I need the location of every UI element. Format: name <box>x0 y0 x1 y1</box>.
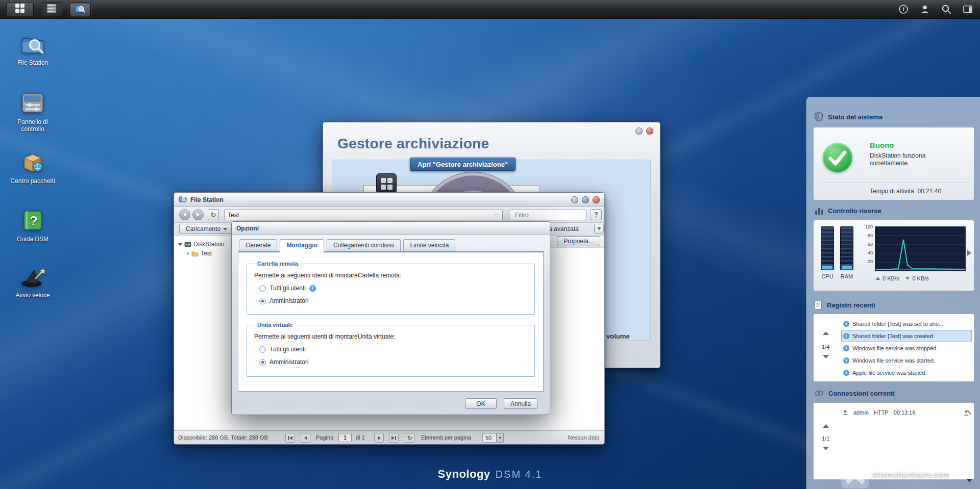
tree-expander-icon[interactable] <box>178 243 182 246</box>
refresh-list-button[interactable]: ↻ <box>405 433 414 443</box>
desktop-icon-control-panel[interactable]: Pannello di controllo <box>7 91 58 133</box>
help-button[interactable]: ? <box>591 209 602 220</box>
logs-page-down-icon[interactable] <box>823 355 829 358</box>
svg-text:?: ? <box>30 213 38 228</box>
filter-field[interactable] <box>509 210 586 220</box>
radio-button-selected[interactable] <box>259 298 266 304</box>
next-page-button[interactable] <box>374 433 384 443</box>
log-entry[interactable]: i Windows file service was started. <box>841 354 972 367</box>
desktop-icon-package-center[interactable]: Centro pacchetti <box>7 150 58 185</box>
info-icon[interactable]: i <box>898 4 909 14</box>
desktop-icon-file-station[interactable]: File Station <box>7 32 58 66</box>
filter-input[interactable] <box>515 212 594 219</box>
log-text: Shared folder [Test] was created. <box>852 333 935 339</box>
radio-row-all-users[interactable]: Tutti gli utenti <box>259 346 528 353</box>
radio-row-all-users[interactable]: Tutti gli utenti i <box>259 285 528 292</box>
quick-start-icon <box>20 264 45 289</box>
radio-button[interactable] <box>259 285 266 292</box>
tree-item-label: Test <box>201 250 212 257</box>
user-icon[interactable] <box>920 4 930 14</box>
last-page-icon <box>395 436 396 440</box>
tree-item-diskstation[interactable]: DiskStation <box>174 240 231 249</box>
per-page-select[interactable]: 50 <box>482 433 504 443</box>
watermark-logo <box>841 460 869 488</box>
log-entry-selected[interactable]: i Shared folder [Test] was created. <box>841 330 972 342</box>
log-text: Apple file service was started. <box>852 370 927 376</box>
taskbar-storage-manager-button[interactable] <box>41 2 62 16</box>
select-arrow[interactable] <box>496 433 503 442</box>
current-connections-header[interactable]: Connessioni correnti <box>814 389 895 397</box>
search-icon[interactable] <box>941 4 951 14</box>
minimize-button[interactable] <box>635 127 643 135</box>
cancel-button[interactable]: Annulla <box>504 398 537 409</box>
upload-button[interactable]: Caricamento <box>179 224 234 234</box>
taskbar: i <box>0 0 980 19</box>
tab-collegamenti-condivisi[interactable]: Collegamenti condivisi <box>327 239 401 251</box>
radio-row-administrators[interactable]: Amministratori <box>259 297 528 304</box>
tree-item-test[interactable]: Test <box>174 249 231 258</box>
main-menu-button[interactable] <box>6 2 34 16</box>
log-entry[interactable]: i Windows file service was stopped. <box>841 342 972 354</box>
uptime-text: Tempo di attività: 00:21:40 <box>870 188 941 195</box>
prev-page-button[interactable] <box>301 433 310 443</box>
tab-limite-velocita[interactable]: Limite velocità <box>403 239 455 251</box>
maximize-button[interactable] <box>582 196 589 203</box>
recent-logs-header[interactable]: Registri recenti <box>814 300 875 310</box>
synology-logo: Synology <box>438 468 491 480</box>
refresh-button[interactable]: ↻ <box>208 209 219 220</box>
panel-scroll-down-icon[interactable] <box>966 479 972 482</box>
virtual-drive-fieldset: Unità virtuale Permette ai seguenti uten… <box>247 322 535 377</box>
taskbar-file-station-button[interactable] <box>69 2 91 16</box>
tab-generale[interactable]: Generale <box>239 239 277 251</box>
info-icon: i <box>843 321 849 327</box>
desktop-icon-quick-start[interactable]: Avvio veloce <box>7 264 58 299</box>
first-page-icon <box>288 436 289 440</box>
minimize-button[interactable] <box>571 196 578 203</box>
desktop-icon-dsm-help[interactable]: ? Guida DSM <box>7 208 58 243</box>
favorite-star-icon[interactable]: ☆ <box>493 212 499 218</box>
user-icon <box>842 409 848 416</box>
page-input[interactable] <box>338 433 352 442</box>
disconnect-user-icon[interactable] <box>963 409 971 416</box>
storage-manager-icon <box>46 3 57 16</box>
y-tick: 40 <box>862 250 873 255</box>
chevron-down-icon <box>223 228 227 230</box>
open-storage-manager-button[interactable]: Apri "Gestore archiviazione" <box>410 158 516 171</box>
back-button[interactable] <box>179 209 190 220</box>
address-bar[interactable]: ☆ <box>224 210 503 220</box>
dialog-titlebar[interactable]: Opzioni <box>232 222 550 235</box>
system-status-header[interactable]: Stato del sistema <box>814 112 883 122</box>
connections-page-down-icon[interactable] <box>823 447 829 450</box>
radio-button-selected[interactable] <box>259 359 266 366</box>
ok-button[interactable]: OK <box>465 398 497 409</box>
log-entry[interactable]: i Apple file service was started. <box>841 367 972 379</box>
remote-folder-description: Permette ai seguenti utenti di montareCa… <box>254 272 528 279</box>
forward-button[interactable] <box>192 209 204 220</box>
tab-montaggio[interactable]: Montaggio <box>280 239 324 252</box>
per-page-label: Elementi per pagina <box>421 434 471 441</box>
close-button[interactable] <box>646 127 653 135</box>
package-center-icon <box>20 150 45 174</box>
radio-row-administrators[interactable]: Amministratori <box>259 358 528 366</box>
file-station-statusbar: Disponibile: 288 GB, Totale: 288 GB Pagi… <box>174 430 604 444</box>
radio-button[interactable] <box>259 346 266 353</box>
first-page-button[interactable] <box>285 433 295 443</box>
ram-label: RAM <box>838 273 855 279</box>
logs-page-up-icon[interactable] <box>823 331 829 335</box>
resource-monitor-header[interactable]: Controllo risorse <box>814 206 881 215</box>
widget-panel-toggle-icon[interactable] <box>963 4 973 14</box>
close-button[interactable] <box>593 196 600 203</box>
last-page-button[interactable] <box>389 433 399 443</box>
nas-icon <box>184 241 191 248</box>
connections-page-up-icon[interactable] <box>823 424 829 428</box>
tree-expander-icon[interactable] <box>187 252 189 255</box>
address-input[interactable] <box>228 212 491 219</box>
info-icon[interactable]: i <box>309 285 316 292</box>
connection-row[interactable]: admin HTTP 00:13:16 <box>842 407 971 418</box>
advanced-search-toggle[interactable] <box>594 224 604 234</box>
file-station-titlebar[interactable]: File Station <box>174 193 604 207</box>
watermark-text: xtremehardware.com <box>872 470 949 478</box>
properties-button[interactable]: Proprietà... <box>557 236 600 246</box>
next-resource-page-icon[interactable] <box>967 250 971 256</box>
log-entry[interactable]: i Shared folder [Test] was set to sho... <box>841 318 972 330</box>
